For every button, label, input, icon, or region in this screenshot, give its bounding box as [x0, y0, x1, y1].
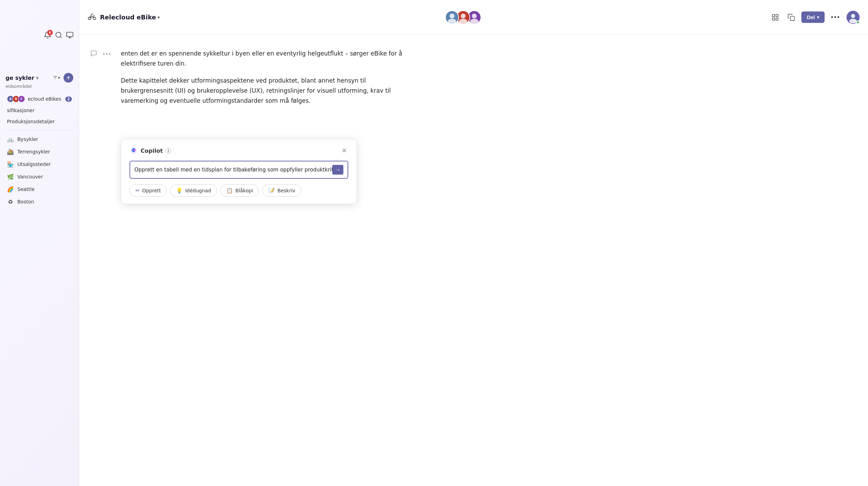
sidebar-subtitle: eidsområdet: [6, 84, 73, 89]
copilot-logo-icon: [130, 146, 138, 155]
copilot-title: Copilot i: [130, 146, 171, 155]
copilot-input[interactable]: [134, 167, 332, 173]
sidebar-item-vancouver[interactable]: 🌿 Vancouver: [1, 171, 77, 183]
more-options-button[interactable]: •••: [829, 11, 842, 23]
topbar-avatar-1[interactable]: [445, 10, 459, 24]
add-button[interactable]: +: [64, 73, 73, 83]
blakopi-icon: 📋: [226, 187, 233, 194]
sidebar-item-spesifikasjoner[interactable]: sifikasjoner: [1, 105, 77, 116]
bike-icon: [87, 12, 97, 23]
svg-point-22: [851, 14, 855, 18]
vancouver-icon: 🌿: [7, 173, 14, 180]
svg-point-0: [56, 32, 61, 37]
avatar-group: [448, 10, 481, 24]
main-content: Relecloud eBike ▾: [79, 0, 868, 486]
terrengsykler-icon: 🚵: [7, 148, 14, 155]
copilot-close-button[interactable]: ✕: [340, 146, 348, 155]
search-icon[interactable]: [55, 31, 62, 40]
share-button[interactable]: Del ▾: [801, 11, 825, 23]
sidebar-item-seattle[interactable]: 🌈 Seattle: [1, 183, 77, 195]
svg-rect-1: [67, 32, 73, 37]
comment-icon-button[interactable]: [89, 49, 99, 60]
sidebar-item-utsalgssteder[interactable]: 🏪 Utsalgssteder: [1, 158, 77, 170]
doc-content: ••• enten det er en spennende sykkeltur …: [79, 35, 868, 486]
notification-icon[interactable]: 8: [44, 31, 51, 40]
sidebar-item-produksjonsdetaljer[interactable]: Produksjonsdetaljer: [1, 116, 77, 127]
grid-view-button[interactable]: [769, 11, 781, 23]
channel-avatars: A B C: [7, 95, 25, 102]
user-status-dot: [856, 20, 860, 24]
channel-badge: 2: [65, 97, 72, 102]
copilot-panel: Copilot i ✕ → ✏️ Opprett 💡 Idédugnad: [121, 139, 357, 204]
seattle-icon: 🌈: [7, 186, 14, 193]
svg-rect-20: [790, 16, 794, 20]
svg-point-14: [472, 14, 477, 18]
copilot-header: Copilot i ✕: [130, 146, 348, 155]
utsalgssteder-icon: 🏪: [7, 161, 14, 168]
sidebar-top-icons: 8: [0, 31, 79, 40]
boston-icon: ♻️: [7, 198, 14, 205]
share-chevron-icon: ▾: [817, 15, 819, 20]
sidebar: 8 ge sykler ∨: [0, 0, 79, 486]
copilot-action-opprett[interactable]: ✏️ Opprett: [130, 184, 167, 197]
doc-paragraph-1: enten det er en spennende sykkeltur i by…: [121, 49, 412, 69]
svg-rect-19: [776, 18, 778, 20]
topbar-left: Relecloud eBike ▾: [87, 12, 160, 23]
topbar-avatars: [448, 10, 481, 24]
filter-button[interactable]: ▾: [51, 74, 61, 82]
beskriv-icon: 📝: [268, 187, 275, 194]
compose-icon[interactable]: [66, 31, 74, 40]
doc-action-bar: •••: [89, 49, 113, 60]
channel-info: A B C ecloud eBikes: [7, 95, 61, 102]
opprett-icon: ✏️: [135, 187, 140, 194]
duplicate-button[interactable]: [785, 11, 797, 23]
topbar-right: Del ▾ •••: [769, 11, 860, 24]
svg-point-8: [450, 14, 454, 18]
sidebar-item-terrengsykler[interactable]: 🚵 Terrengsykler: [1, 146, 77, 158]
copilot-actions: ✏️ Opprett 💡 Idédugnad 📋 Blåkopi 📝 Beskr…: [130, 184, 348, 197]
notification-badge: 8: [47, 30, 53, 35]
svg-point-11: [461, 14, 466, 18]
svg-rect-16: [772, 14, 774, 16]
user-avatar[interactable]: [846, 11, 860, 24]
copilot-input-row[interactable]: →: [130, 161, 348, 179]
copilot-action-idedugnad[interactable]: 💡 Idédugnad: [170, 184, 217, 197]
sidebar-item-bysykler[interactable]: 🚲 Bysykler: [1, 133, 77, 145]
copilot-action-blakopi[interactable]: 📋 Blåkopi: [220, 184, 259, 197]
more-doc-actions-button[interactable]: •••: [101, 49, 113, 59]
sidebar-divider: [6, 130, 73, 130]
idedugnad-icon: 💡: [176, 187, 183, 194]
svg-rect-18: [772, 18, 774, 20]
topbar: Relecloud eBike ▾: [79, 0, 868, 35]
sidebar-item-boston[interactable]: ♻️ Boston: [1, 196, 77, 208]
sidebar-section-title[interactable]: ge sykler ∨: [6, 75, 39, 81]
page-title[interactable]: Relecloud eBike ▾: [100, 14, 160, 21]
copilot-action-beskriv[interactable]: 📝 Beskriv: [262, 184, 301, 197]
copilot-info-icon[interactable]: i: [166, 148, 171, 153]
title-chevron-icon: ▾: [157, 15, 160, 20]
avatar-3: C: [18, 95, 25, 102]
sidebar-channel-item[interactable]: A B C ecloud eBikes 2: [1, 93, 77, 104]
doc-paragraph-2: Dette kapittelet dekker utformingsaspekt…: [121, 76, 412, 106]
copilot-send-button[interactable]: →: [332, 165, 343, 175]
bysykler-icon: 🚲: [7, 136, 14, 143]
chevron-down-icon: ∨: [36, 75, 39, 80]
channel-name: ecloud eBikes: [28, 96, 61, 102]
svg-rect-17: [776, 14, 778, 16]
svg-point-6: [93, 17, 96, 20]
svg-point-24: [133, 150, 135, 152]
